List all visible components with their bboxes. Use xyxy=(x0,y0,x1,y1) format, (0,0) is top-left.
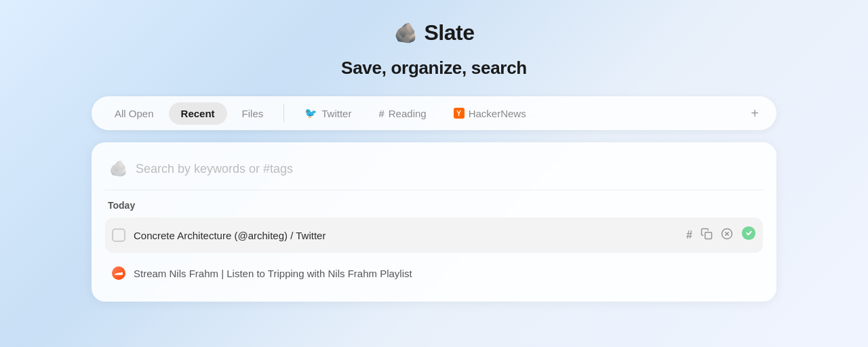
hash-icon: # xyxy=(378,108,384,119)
add-tab-button[interactable]: + xyxy=(744,103,766,124)
item-checkbox[interactable] xyxy=(112,228,125,242)
tab-twitter[interactable]: 🐦 Twitter xyxy=(292,102,363,125)
tab-divider xyxy=(283,104,284,123)
tab-reading[interactable]: # Reading xyxy=(366,102,438,125)
copy-icon[interactable] xyxy=(701,228,713,243)
item-title: Concrete Architecture (@architeg) / Twit… xyxy=(134,230,678,241)
main-container: All Open Recent Files 🐦 Twitter # Readin… xyxy=(92,96,776,302)
app-title: Slate xyxy=(425,20,475,45)
tab-all-open[interactable]: All Open xyxy=(102,102,166,125)
app-logo-icon: 🪨 xyxy=(394,22,418,44)
hackernews-icon: Y xyxy=(454,108,465,119)
close-icon[interactable] xyxy=(721,228,733,243)
content-panel: 🪨 Today Concrete Architecture (@architeg… xyxy=(92,142,776,302)
svg-point-4 xyxy=(742,226,755,240)
tabs-bar: All Open Recent Files 🐦 Twitter # Readin… xyxy=(92,96,776,130)
item-actions: # xyxy=(686,226,756,245)
item-title: Stream Nils Frahm | Listen to Tripping w… xyxy=(134,268,756,279)
tab-files[interactable]: Files xyxy=(230,102,276,125)
svg-rect-0 xyxy=(705,232,712,239)
app-header: 🪨 Slate xyxy=(394,20,475,45)
search-bar: 🪨 xyxy=(105,153,763,190)
search-logo-icon: 🪨 xyxy=(109,160,127,178)
list-item: Concrete Architecture (@architeg) / Twit… xyxy=(105,218,763,253)
list-item: Stream Nils Frahm | Listen to Tripping w… xyxy=(105,258,763,288)
soundcloud-favicon xyxy=(112,266,125,280)
tag-icon[interactable]: # xyxy=(686,229,692,241)
search-input[interactable] xyxy=(136,162,759,176)
check-icon[interactable] xyxy=(741,226,756,245)
twitter-icon: 🐦 xyxy=(304,107,317,119)
tab-hackernews[interactable]: Y HackerNews xyxy=(441,102,538,125)
tab-recent[interactable]: Recent xyxy=(169,102,227,125)
app-tagline: Save, organize, search xyxy=(341,58,527,79)
section-today-label: Today xyxy=(105,200,763,211)
